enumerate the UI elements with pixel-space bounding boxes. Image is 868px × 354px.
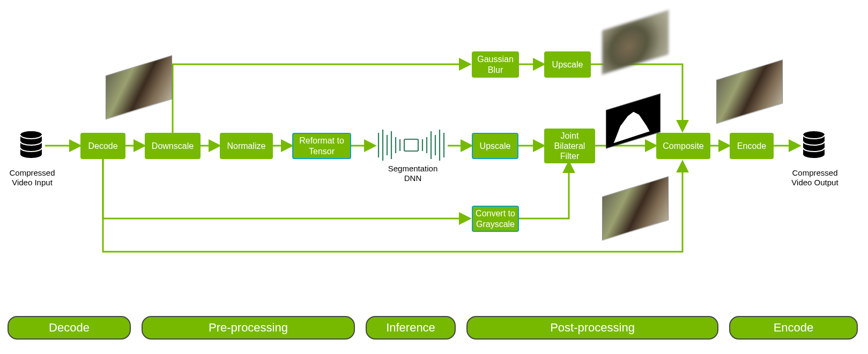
- database-output-icon: [801, 131, 827, 161]
- segmentation-dnn-label: Segmentation DNN: [381, 164, 445, 183]
- input-label: Compressed Video Input: [5, 168, 59, 187]
- svg-rect-20: [404, 139, 418, 151]
- stage-pre: Pre-processing: [142, 316, 355, 340]
- database-input-icon: [18, 131, 44, 161]
- node-composite: Composite: [656, 133, 710, 159]
- node-decode: Decode: [80, 133, 125, 159]
- stage-decode: Decode: [8, 316, 131, 340]
- node-joint-bilateral-filter: Joint Bilateral Filter: [544, 129, 595, 163]
- node-downscale: Downscale: [145, 133, 201, 159]
- stage-post: Post-processing: [466, 316, 718, 340]
- node-reformat-to-tensor: Reformat to Tensor: [292, 133, 351, 159]
- node-upscale-top: Upscale: [544, 51, 591, 78]
- stage-infer: Inference: [366, 316, 456, 340]
- node-gaussian-blur: Gaussian Blur: [472, 51, 519, 78]
- node-convert-to-grayscale: Convert to Grayscale: [472, 206, 519, 232]
- stage-encode: Encode: [729, 316, 858, 340]
- output-label: Compressed Video Output: [785, 168, 844, 187]
- node-normalize: Normalize: [220, 133, 273, 159]
- node-upscale-main: Upscale: [472, 133, 518, 159]
- segmentation-dnn-icon: [375, 126, 448, 164]
- node-encode: Encode: [730, 133, 774, 159]
